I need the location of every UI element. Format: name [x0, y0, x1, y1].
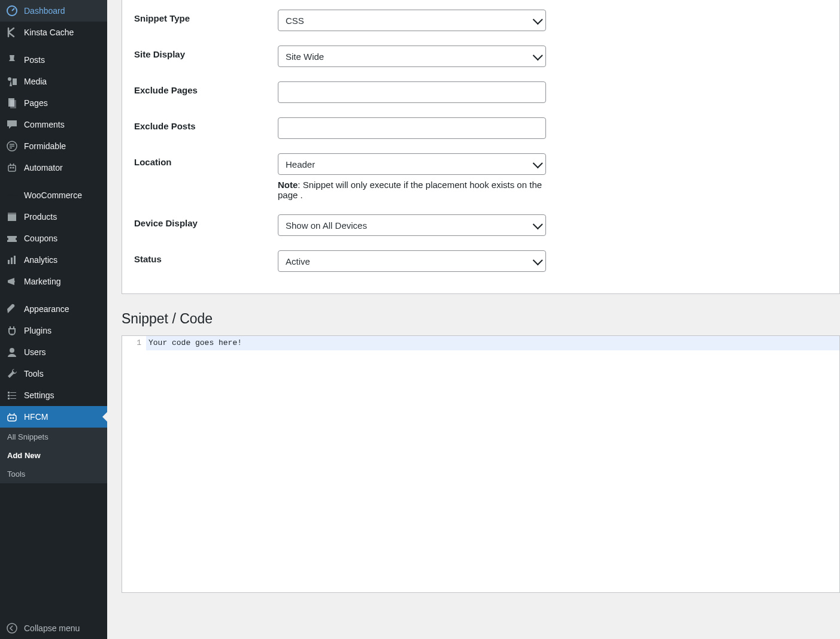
tools-icon [6, 368, 18, 380]
device-display-label: Device Display [122, 214, 278, 228]
sidebar-item-label: Users [24, 347, 46, 357]
sidebar-item-label: HFCM [24, 412, 48, 422]
svg-point-24 [7, 623, 17, 633]
submenu-tools[interactable]: Tools [0, 465, 107, 483]
pin-icon [6, 54, 18, 66]
svg-rect-2 [13, 78, 17, 85]
products-icon [6, 211, 18, 223]
line-number: 1 [122, 336, 146, 350]
users-icon [6, 346, 18, 358]
sidebar-item-label: Analytics [24, 255, 57, 265]
sidebar-item-label: Pages [24, 98, 48, 108]
exclude-pages-label: Exclude Pages [122, 81, 278, 95]
sidebar-item-hfcm[interactable]: HFCM [0, 406, 107, 428]
sidebar-item-label: WooCommerce [24, 190, 82, 200]
code-placeholder: Your code goes here! [146, 336, 839, 350]
analytics-icon [6, 254, 18, 266]
sidebar-item-marketing[interactable]: Marketing [0, 271, 107, 292]
comment-icon [6, 119, 18, 131]
sidebar-item-coupons[interactable]: Coupons [0, 228, 107, 249]
exclude-posts-input[interactable] [278, 117, 546, 139]
sidebar-item-dashboard[interactable]: Dashboard [0, 0, 107, 22]
sidebar-item-automator[interactable]: Automator [0, 157, 107, 178]
admin-sidebar: Dashboard Kinsta Cache Posts Media Pages… [0, 0, 107, 639]
sidebar-item-label: Dashboard [24, 6, 65, 16]
media-icon [6, 75, 18, 87]
svg-point-1 [8, 77, 11, 81]
submenu-all-snippets[interactable]: All Snippets [0, 428, 107, 446]
location-label: Location [122, 153, 278, 167]
location-select[interactable]: Header [278, 153, 546, 175]
sidebar-item-products[interactable]: Products [0, 206, 107, 228]
status-label: Status [122, 250, 278, 264]
code-heading: Snippet / Code [122, 311, 840, 327]
sidebar-item-label: Kinsta Cache [24, 28, 74, 37]
coupons-icon [6, 232, 18, 244]
pages-icon [6, 97, 18, 109]
settings-icon [6, 389, 18, 401]
sidebar-item-woocommerce[interactable]: Woo WooCommerce [0, 184, 107, 206]
svg-rect-11 [8, 260, 10, 264]
collapse-menu-button[interactable]: Collapse menu [0, 617, 107, 639]
sidebar-item-label: Coupons [24, 234, 57, 243]
snippet-settings-panel: Snippet Type CSS Site Display Site Wide [122, 0, 840, 294]
location-note: Note: Snippet will only execute if the p… [278, 180, 546, 200]
svg-rect-12 [11, 258, 13, 264]
code-editor[interactable]: 1 Your code goes here! [122, 335, 840, 593]
appearance-icon [6, 303, 18, 315]
sidebar-item-label: Products [24, 212, 57, 222]
sidebar-item-posts[interactable]: Posts [0, 49, 107, 71]
svg-rect-20 [10, 398, 16, 399]
svg-rect-21 [8, 415, 16, 421]
svg-rect-18 [10, 395, 16, 396]
sidebar-item-label: Posts [24, 55, 45, 65]
sidebar-item-plugins[interactable]: Plugins [0, 320, 107, 341]
sidebar-item-comments[interactable]: Comments [0, 114, 107, 135]
sidebar-item-label: Appearance [24, 304, 69, 314]
svg-rect-4 [10, 100, 16, 108]
status-select[interactable]: Active [278, 250, 546, 272]
main-content: Snippet Type CSS Site Display Site Wide [107, 0, 840, 639]
snippet-type-select[interactable]: CSS [278, 10, 546, 31]
svg-point-7 [10, 167, 12, 169]
dashboard-icon [6, 5, 18, 17]
site-display-select[interactable]: Site Wide [278, 46, 546, 67]
sidebar-item-users[interactable]: Users [0, 341, 107, 363]
sidebar-item-pages[interactable]: Pages [0, 92, 107, 114]
sidebar-item-label: Media [24, 77, 47, 86]
sidebar-item-label: Plugins [24, 326, 51, 335]
sidebar-item-kinsta-cache[interactable]: Kinsta Cache [0, 22, 107, 43]
kinsta-icon [6, 26, 18, 38]
hfcm-icon [6, 411, 18, 423]
exclude-pages-input[interactable] [278, 81, 546, 103]
automator-icon [6, 162, 18, 174]
plugins-icon [6, 325, 18, 337]
sidebar-item-analytics[interactable]: Analytics [0, 249, 107, 271]
marketing-icon [6, 275, 18, 287]
svg-rect-19 [8, 398, 10, 399]
sidebar-item-settings[interactable]: Settings [0, 384, 107, 406]
device-display-select[interactable]: Show on All Devices [278, 214, 546, 236]
sidebar-item-label: Tools [24, 369, 44, 378]
formidable-icon [6, 140, 18, 152]
sidebar-item-appearance[interactable]: Appearance [0, 298, 107, 320]
svg-point-8 [13, 167, 14, 169]
sidebar-item-formidable[interactable]: Formidable [0, 135, 107, 157]
site-display-label: Site Display [122, 46, 278, 59]
submenu-add-new[interactable]: Add New [0, 446, 107, 465]
svg-rect-10 [8, 213, 16, 214]
sidebar-item-label: Settings [24, 390, 54, 400]
sidebar-item-label: Formidable [24, 141, 66, 151]
sidebar-item-label: Marketing [24, 277, 60, 286]
sidebar-item-media[interactable]: Media [0, 71, 107, 92]
woocommerce-icon: Woo [6, 189, 18, 201]
svg-rect-15 [8, 392, 10, 393]
svg-rect-17 [8, 395, 10, 396]
svg-rect-16 [10, 392, 16, 393]
svg-rect-13 [14, 256, 16, 264]
svg-point-22 [10, 417, 12, 419]
sidebar-item-tools[interactable]: Tools [0, 363, 107, 384]
sidebar-item-label: Automator [24, 163, 63, 172]
collapse-icon [6, 622, 18, 634]
collapse-label: Collapse menu [24, 623, 80, 633]
